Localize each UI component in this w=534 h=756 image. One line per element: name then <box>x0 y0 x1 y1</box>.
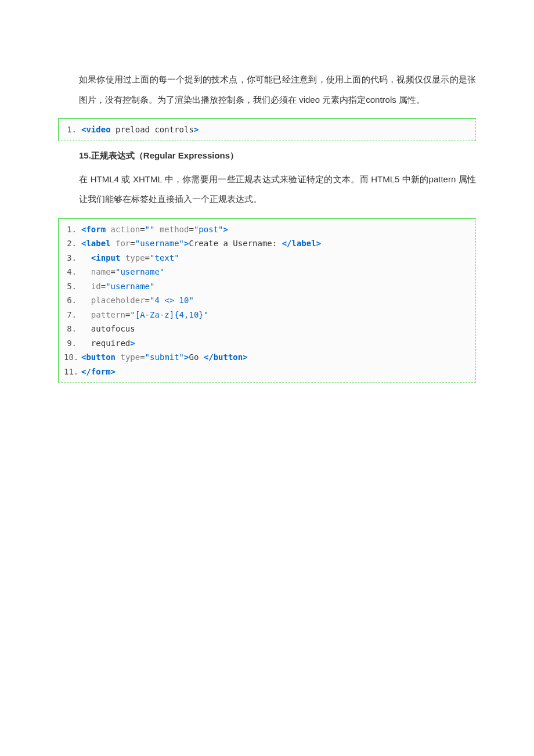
heading-regex: 15.正规表达式（Regular Expressions） <box>79 150 476 161</box>
code-content: required> <box>81 336 135 351</box>
line-number: 6. <box>64 293 81 308</box>
code-line: 10.<button type="submit">Go </button> <box>64 350 471 365</box>
code-content: placeholder="4 <> 10" <box>81 293 194 308</box>
paragraph-regex: 在 HTML4 或 XHTML 中，你需要用一些正规表达式来验证特定的文本。而 … <box>79 170 476 210</box>
line-number: 3. <box>64 251 81 265</box>
code-content: pattern="[A-Za-z]{4,10}" <box>81 308 208 322</box>
line-number: 7. <box>64 308 81 322</box>
code-content: name="username" <box>81 265 164 279</box>
line-number: 10. <box>64 350 81 365</box>
code-content: <input type="text" <box>81 251 179 265</box>
line-number: 2. <box>64 236 81 251</box>
line-number: 9. <box>64 336 81 351</box>
line-number: 1. <box>64 222 81 237</box>
code-content: autofocus <box>81 322 135 336</box>
code-line: 6. placeholder="4 <> 10" <box>64 293 471 308</box>
line-number: 5. <box>64 279 81 294</box>
line-number: 8. <box>64 322 81 336</box>
code-line: 3. <input type="text" <box>64 251 471 265</box>
code-content: </form> <box>81 365 116 379</box>
code-line: 9. required> <box>64 336 471 351</box>
code-content: id="username" <box>81 279 154 294</box>
line-number: 11. <box>64 365 81 379</box>
code-block-video: 1.<video preload controls> <box>58 118 476 141</box>
code-block-form: 1.<form action="" method="post">2.<label… <box>58 218 476 383</box>
paragraph-video-controls: 如果你使用过上面的每一个提到的技术点，你可能已经注意到，使用上面的代码，视频仅仅… <box>79 70 476 110</box>
code-line: 11.</form> <box>64 365 471 379</box>
code-line: 4. name="username" <box>64 265 471 279</box>
code-line: 7. pattern="[A-Za-z]{4,10}" <box>64 308 471 322</box>
code-line: 5. id="username" <box>64 279 471 294</box>
code-line: 1.<form action="" method="post"> <box>64 222 471 237</box>
code-content: <button type="submit">Go </button> <box>81 350 248 365</box>
code-line: 1.<video preload controls> <box>64 123 471 137</box>
document-page: 如果你使用过上面的每一个提到的技术点，你可能已经注意到，使用上面的代码，视频仅仅… <box>0 0 534 415</box>
code-content: <form action="" method="post"> <box>81 222 228 237</box>
code-content: <video preload controls> <box>81 123 199 137</box>
code-line: 2.<label for="username">Create a Usernam… <box>64 236 471 251</box>
code-line: 8. autofocus <box>64 322 471 336</box>
line-number: 4. <box>64 265 81 279</box>
line-number: 1. <box>64 123 81 137</box>
code-content: <label for="username">Create a Username:… <box>81 236 321 251</box>
